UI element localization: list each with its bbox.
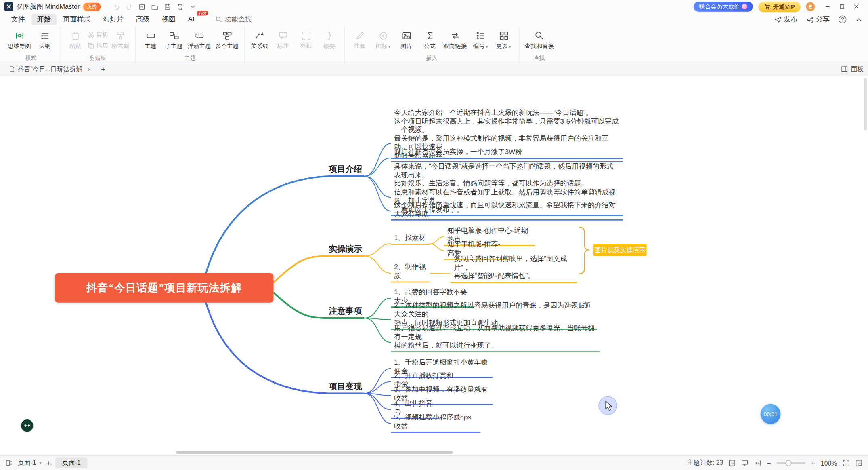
mindmap-mode-label: 思维导图	[8, 43, 31, 51]
redo-icon[interactable]	[124, 2, 134, 12]
vertical-scrollbar-thumb[interactable]	[864, 78, 867, 130]
insert-icon-button[interactable]: 图标▾	[372, 28, 394, 51]
page-tab[interactable]: 页面-1	[56, 458, 87, 468]
minimap-icon[interactable]	[855, 459, 862, 467]
topic-node[interactable]: 财门社群有位会员实操，一个月涨了3W粉	[391, 148, 623, 159]
timer-bubble[interactable]: 00:01	[761, 404, 780, 424]
statusbar: 页面-1 ▾ + 页面-1 主题计数: 23 − + 100%	[0, 455, 868, 470]
new-tab-icon[interactable]: +	[101, 65, 105, 74]
open-file-icon[interactable]	[149, 2, 160, 12]
zoom-out-icon[interactable]: −	[767, 459, 771, 467]
menu-tab-slideshow[interactable]: 幻灯片	[97, 14, 129, 25]
menu-tab-file[interactable]: 文件	[6, 14, 31, 25]
floating-topic-label: 浮动主题	[188, 43, 211, 51]
user-avatar[interactable]: E	[806, 2, 815, 11]
outline-mode-button[interactable]: 大纲	[34, 28, 56, 51]
document-tab[interactable]: 抖音“今日...目玩法拆解 ×	[4, 64, 95, 74]
topic-button[interactable]: 主题	[140, 28, 162, 51]
assistant-floating-button[interactable]	[21, 419, 33, 432]
cut-button[interactable]: 剪切	[88, 31, 108, 39]
insert-icon-label: 图标▾	[376, 43, 390, 51]
topic-node[interactable]: 这个项目操作简单快速，而且可以快速积累流量。希望我接下来的介绍对大家有帮助	[391, 200, 623, 220]
format-painter-button[interactable]: 格式刷	[109, 28, 131, 51]
relationship-line-button[interactable]: 关系线	[249, 28, 271, 51]
tab-close-icon[interactable]: ×	[88, 65, 91, 72]
numbering-label: 编号▾	[473, 43, 488, 51]
member-promo-banner[interactable]: 联合会员大放价	[694, 2, 753, 12]
undo-icon[interactable]	[111, 2, 122, 12]
insert-image-button[interactable]: 图片	[395, 28, 417, 51]
toolbar-dropdown-icon[interactable]	[187, 2, 198, 12]
mindmap-canvas[interactable]: 抖音“今日话题”项目新玩法拆解 项目介绍 实操演示 注意事项 项目变现 今天给大…	[0, 75, 868, 455]
find-replace-button[interactable]: 查找和替换	[523, 28, 556, 51]
bidirectional-link-icon	[450, 30, 460, 42]
summary-button[interactable]: 概要	[318, 28, 340, 51]
minimize-icon[interactable]	[820, 1, 835, 12]
note-icon	[354, 30, 365, 42]
fit-width-icon[interactable]	[754, 459, 761, 467]
note-button[interactable]: 注释	[349, 28, 371, 51]
publish-button[interactable]: 发布	[774, 15, 798, 24]
zoom-slider-knob[interactable]	[786, 460, 792, 466]
topic-text-line: 今天给大家介绍一个近期在抖音上火爆的新玩法——“今日话题”。	[394, 109, 620, 117]
fit-page-icon[interactable]	[729, 459, 736, 467]
menu-tab-view[interactable]: 视图	[156, 14, 181, 25]
formula-button[interactable]: 公式	[419, 28, 441, 51]
topic-node[interactable]: 2、制作视频	[391, 263, 430, 282]
share-button[interactable]: 分享	[807, 15, 830, 24]
subtopic-button[interactable]: 子主题	[163, 28, 185, 51]
presentation-icon[interactable]	[742, 459, 749, 467]
collapse-ribbon-icon[interactable]	[855, 16, 862, 23]
share-label: 分享	[816, 15, 830, 24]
copy-button[interactable]: 拷贝	[88, 42, 108, 50]
zoom-in-icon[interactable]: +	[811, 459, 815, 467]
close-icon[interactable]	[849, 1, 864, 12]
zoom-level[interactable]: 100%	[821, 459, 837, 466]
save-icon[interactable]	[161, 2, 172, 12]
topic-node[interactable]: 用户很容易通过评论互动，从而帮助视频获得更多曝光。当账号拥有一定规 模的粉丝后，…	[391, 324, 600, 352]
topic-node[interactable]: 复制高赞回答到剪映里，选择“图文成片”， 再选择“智能匹配表情包”。	[451, 254, 577, 283]
page-selector[interactable]: 页面-1 ▾	[18, 459, 42, 467]
multiple-topics-button[interactable]: 多个主题	[214, 28, 240, 51]
menu-tab-advanced[interactable]: 高级	[130, 14, 155, 25]
branch-label-intro[interactable]: 项目介绍	[329, 164, 362, 175]
menu-tab-ai[interactable]: AI Hot	[182, 15, 200, 25]
callout-node[interactable]: 图片以及实操演示	[593, 244, 647, 256]
boundary-icon	[301, 30, 311, 42]
boundary-button[interactable]: 外框	[295, 28, 317, 51]
print-icon[interactable]	[174, 2, 185, 12]
topic-text-line: 用户很容易通过评论互动，从而帮助视频获得更多曝光。当账号拥有一定规	[394, 324, 597, 341]
menubar-right: 发布 分享 ?	[774, 15, 862, 24]
zoom-slider[interactable]	[777, 462, 805, 464]
callout-button[interactable]: 标注	[272, 28, 294, 51]
branch-label-notes[interactable]: 注意事项	[329, 306, 362, 316]
branch-label-demo[interactable]: 实操演示	[329, 244, 362, 254]
branch-label-monetize[interactable]: 项目变现	[329, 381, 362, 392]
feature-search[interactable]	[216, 15, 269, 23]
paste-button[interactable]: 粘贴	[64, 28, 86, 51]
topic-node[interactable]: 5、视频挂载小程序赚cps收益	[391, 413, 480, 433]
new-document-icon[interactable]	[136, 2, 147, 12]
more-insert-button[interactable]: 更多▾	[493, 28, 515, 51]
horizontal-scrollbar-thumb[interactable]	[176, 451, 453, 454]
page-list-icon[interactable]	[6, 459, 13, 467]
mindmap-mode-button[interactable]: 思维导图	[6, 28, 33, 51]
floating-topic-button[interactable]: 浮动主题	[186, 28, 213, 51]
menu-tab-page-style[interactable]: 页面样式	[58, 14, 96, 25]
maximize-icon[interactable]	[835, 1, 849, 12]
numbering-button[interactable]: 编号▾	[470, 28, 492, 51]
add-page-icon[interactable]: +	[46, 459, 50, 467]
feature-search-input[interactable]	[225, 15, 269, 23]
app-title: 亿图脑图 MindMaster	[17, 2, 80, 11]
central-topic[interactable]: 抖音“今日话题”项目新玩法拆解	[55, 273, 274, 303]
menu-tab-home[interactable]: 开始	[31, 14, 57, 25]
bidirectional-link-button[interactable]: 双向链接	[442, 28, 468, 51]
upgrade-vip-button[interactable]: 开通VIP	[759, 1, 801, 12]
blossom-icon	[742, 4, 748, 10]
panel-toggle[interactable]: 面板	[841, 65, 864, 73]
callout-label: 标注	[277, 43, 289, 51]
fullscreen-icon[interactable]	[843, 459, 850, 467]
topic-group-label: 主题	[140, 54, 241, 63]
topic-node[interactable]: 1、找素材	[391, 233, 430, 244]
help-icon[interactable]: ?	[839, 15, 846, 23]
